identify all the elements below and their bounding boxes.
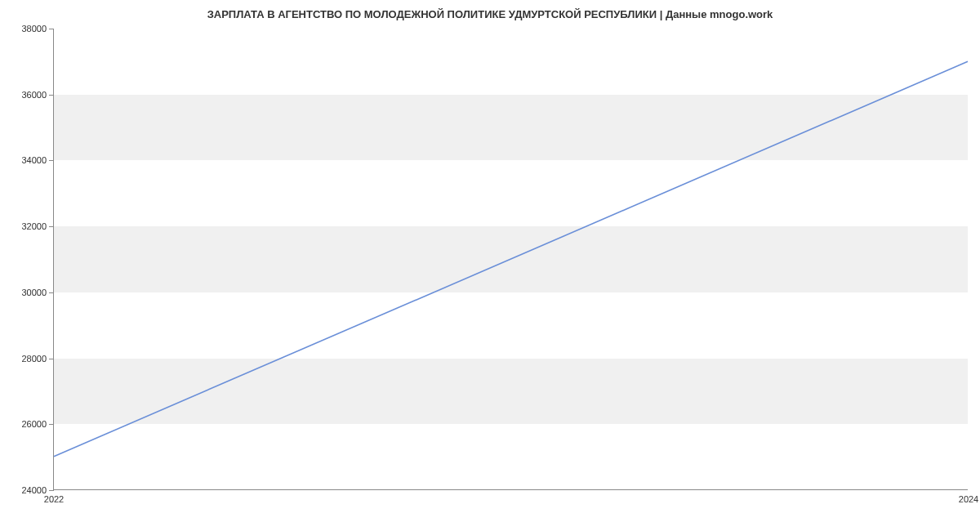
y-tick-label: 26000 bbox=[21, 419, 47, 429]
y-tick-label: 30000 bbox=[21, 288, 47, 297]
y-tick bbox=[49, 490, 54, 491]
x-tick-label: 2024 bbox=[959, 494, 978, 504]
y-tick-label: 38000 bbox=[21, 24, 47, 33]
x-tick-label: 2022 bbox=[44, 494, 64, 504]
data-line bbox=[54, 61, 968, 456]
chart-line-svg bbox=[54, 29, 968, 489]
plot-area: 2400026000280003000032000340003600038000… bbox=[53, 29, 968, 490]
y-tick-label: 24000 bbox=[21, 485, 47, 495]
y-tick-label: 32000 bbox=[21, 221, 47, 231]
chart-title: ЗАРПЛАТА В АГЕНТСТВО ПО МОЛОДЕЖНОЙ ПОЛИТ… bbox=[0, 8, 980, 20]
y-tick-label: 36000 bbox=[21, 90, 47, 100]
y-tick-label: 34000 bbox=[21, 155, 47, 165]
y-tick-label: 28000 bbox=[21, 354, 47, 364]
